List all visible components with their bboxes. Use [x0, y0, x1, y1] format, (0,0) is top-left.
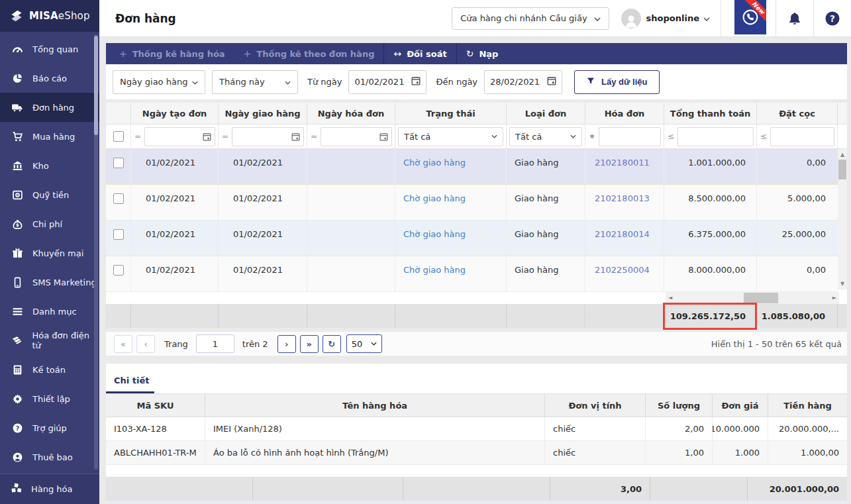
detail-row[interactable]: I103-XA-128 IMEI (Xanh/128) chiếc 2,00 1… [106, 417, 847, 441]
invoice-link[interactable]: 2102180011 [595, 158, 650, 168]
sidebar-item-hoa-don-dien-tu[interactable]: Hóa đơn điện tử [0, 326, 99, 355]
refresh-page-button[interactable]: ↻ [323, 335, 341, 353]
equals-operator-icon[interactable]: = [310, 132, 318, 141]
reconcile-button[interactable]: ↔ Đối soát [384, 43, 456, 64]
chevron-down-icon[interactable] [703, 13, 710, 23]
button-label: Nạp [479, 49, 498, 59]
sidebar-item-quy-tien[interactable]: Quỹ tiền [0, 180, 99, 209]
sidebar-scrollbar[interactable] [94, 34, 98, 470]
promo-hotline-button[interactable]: New [734, 0, 766, 34]
order-type-filter-select[interactable]: Tất cả [509, 127, 582, 146]
row-checkbox[interactable] [113, 229, 124, 240]
column-header[interactable]: Ngày giao hàng [219, 103, 307, 125]
last-page-button[interactable]: » [300, 335, 319, 353]
status-link[interactable]: Chờ giao hàng [403, 265, 466, 275]
scroll-left-icon[interactable]: ◄ [668, 292, 672, 304]
table-row[interactable]: 01/02/2021 01/02/2021 Chờ giao hàng Giao… [106, 149, 838, 185]
sidebar-item-thue-bao[interactable]: Thuê bao [0, 442, 99, 472]
fetch-data-button[interactable]: Lấy dữ liệu [574, 70, 660, 94]
equals-operator-icon[interactable]: = [134, 132, 142, 141]
page-size-select[interactable]: 50 [346, 334, 382, 353]
scroll-up-icon[interactable]: ▲ [838, 152, 847, 158]
sidebar-item-chi-phi[interactable]: $ Chi phí [0, 209, 99, 238]
page-number-input[interactable] [196, 334, 234, 353]
first-page-button[interactable]: « [114, 335, 132, 353]
stats-by-order-button[interactable]: + Thống kê theo đơn hàng [234, 43, 384, 64]
scroll-down-icon[interactable]: ▼ [838, 281, 847, 287]
store-selector[interactable]: Cửa hàng chi nhánh Cầu giấy [452, 7, 609, 30]
sidebar-item-khuyen-mai[interactable]: Khuyến mại [0, 238, 99, 268]
sidebar-item-don-hang[interactable]: Đơn hàng [0, 93, 99, 122]
vertical-scrollbar-thumb[interactable] [838, 160, 846, 179]
column-header[interactable]: Mã SKU [106, 394, 205, 417]
user-avatar[interactable] [621, 9, 641, 28]
column-header[interactable]: Ngày tạo đơn [131, 103, 219, 125]
horizontal-scrollbar[interactable]: ◄ ► [666, 292, 839, 304]
app-logo[interactable]: MISAeShop [0, 0, 99, 32]
column-header[interactable]: Hóa đơn [585, 103, 664, 125]
column-header[interactable]: Đơn vị tính [545, 394, 646, 417]
to-date-input[interactable]: 28/02/2021 [484, 70, 562, 94]
delivery-date-filter-input[interactable] [232, 127, 304, 146]
sidebar-item-kho[interactable]: Kho [0, 151, 99, 180]
table-row[interactable]: 01/02/2021 01/02/2021 Chờ giao hàng Giao… [106, 256, 838, 292]
sidebar-item-sms-marketing[interactable]: SMS Marketing [0, 268, 99, 297]
table-row[interactable]: 01/02/2021 01/02/2021 Chờ giao hàng Giao… [106, 185, 838, 221]
from-date-input[interactable]: 01/02/2021 [348, 70, 426, 94]
detail-row[interactable]: ABLCHAHH01-TR-M Áo ba lỗ có hình ảnh hoạ… [106, 441, 847, 465]
column-header[interactable]: Tên hàng hóa [205, 394, 545, 417]
invoice-link[interactable]: 2102180014 [595, 229, 650, 239]
contains-operator-icon[interactable]: ✱ [588, 133, 596, 140]
column-header[interactable]: Đặt cọc [757, 103, 838, 125]
invoice-no-filter-input[interactable] [599, 127, 661, 146]
summary-cell [106, 304, 131, 328]
row-checkbox[interactable] [113, 265, 124, 276]
total-filter-input[interactable] [677, 127, 754, 146]
table-row[interactable]: 01/02/2021 01/02/2021 Chờ giao hàng Giao… [106, 221, 838, 256]
sidebar-item-thiet-lap[interactable]: Thiết lập [0, 384, 99, 413]
status-link[interactable]: Chờ giao hàng [403, 193, 466, 203]
horizontal-scrollbar-thumb[interactable] [744, 293, 778, 303]
vertical-scrollbar[interactable]: ▲ ▼ [838, 149, 847, 289]
invoice-link[interactable]: 2102250004 [595, 265, 650, 275]
equals-operator-icon[interactable]: = [221, 132, 229, 141]
status-link[interactable]: Chờ giao hàng [403, 158, 466, 168]
scroll-right-icon[interactable]: ► [832, 292, 836, 304]
column-header[interactable]: Đơn giá [713, 394, 768, 417]
sidebar-item-hang-hoa[interactable]: Hàng hóa [0, 474, 99, 504]
tab-chi-tiet[interactable]: Chi tiết [114, 376, 152, 393]
date-type-select[interactable]: Ngày giao hàng [113, 70, 205, 94]
prev-page-button[interactable]: ‹ [136, 335, 155, 353]
period-select[interactable]: Tháng này [212, 70, 298, 94]
sidebar-scrollbar-thumb[interactable] [94, 36, 98, 135]
select-all-checkbox[interactable] [113, 131, 124, 142]
invoice-date-filter-input[interactable] [321, 127, 392, 146]
column-header[interactable]: Ngày hóa đơn [307, 103, 395, 125]
sidebar-item-danh-muc[interactable]: Danh mục [0, 297, 99, 326]
status-filter-select[interactable]: Tất cả [398, 127, 503, 146]
stats-by-product-button[interactable]: + Thống kê hàng hóa [110, 43, 234, 64]
status-link[interactable]: Chờ giao hàng [403, 229, 466, 239]
help-button[interactable]: ? [814, 11, 851, 26]
reload-button[interactable]: ↻ Nạp [457, 43, 508, 64]
username[interactable]: shoponline [646, 13, 699, 23]
invoice-link[interactable]: 2102180013 [595, 193, 650, 203]
deposit-filter-input[interactable] [770, 127, 834, 146]
column-header[interactable]: Tổng thanh toán [664, 103, 757, 125]
column-header[interactable]: Loại đơn [507, 103, 585, 125]
created-date-filter-input[interactable] [144, 127, 215, 146]
column-header[interactable]: Số lượng [646, 394, 713, 417]
row-checkbox[interactable] [113, 193, 124, 204]
sidebar-item-bao-cao[interactable]: Báo cáo [0, 64, 99, 93]
row-checkbox[interactable] [113, 158, 124, 168]
sidebar-item-ke-toan[interactable]: Kế toán [0, 355, 99, 384]
lte-operator-icon[interactable]: ≤ [760, 132, 768, 141]
next-page-button[interactable]: › [277, 335, 296, 353]
column-header[interactable]: Trạng thái [395, 103, 507, 125]
column-header[interactable]: Tiền hàng [768, 394, 847, 417]
sidebar-item-tong-quan[interactable]: Tổng quan [0, 34, 99, 64]
lte-operator-icon[interactable]: ≤ [667, 132, 675, 141]
sidebar-item-tro-giup[interactable]: ? Trợ giúp [0, 413, 99, 442]
sidebar-item-mua-hang[interactable]: Mua hàng [0, 122, 99, 151]
notifications-button[interactable] [776, 11, 813, 26]
